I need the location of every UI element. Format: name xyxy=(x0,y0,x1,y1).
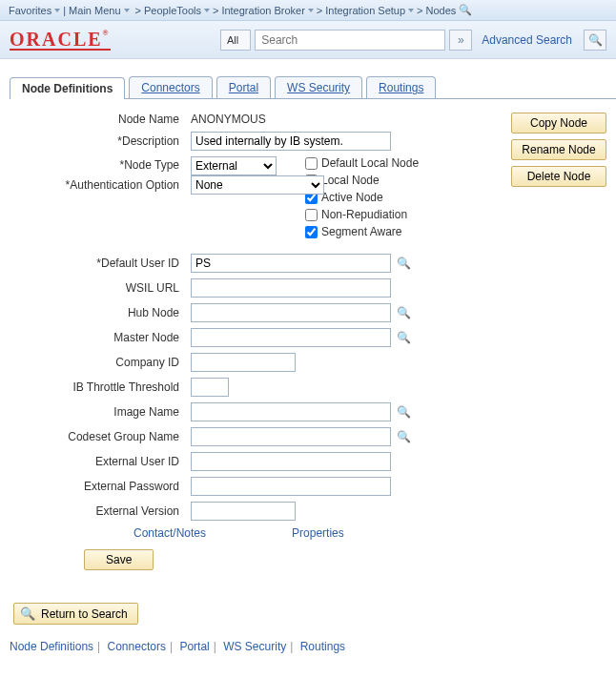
breadcrumb[interactable]: Integration Setup xyxy=(322,5,417,16)
global-search-icon-button[interactable]: 🔍 xyxy=(584,30,606,51)
properties-link[interactable]: Properties xyxy=(292,526,344,540)
ext-user-input[interactable] xyxy=(191,452,391,471)
chk-non-repudiation-input[interactable] xyxy=(305,209,318,221)
breadcrumb[interactable]: Integration Broker xyxy=(218,5,316,16)
chevron-down-icon xyxy=(408,9,414,12)
lookup-icon[interactable]: 🔍 xyxy=(395,403,412,421)
chk-segment-aware[interactable]: Segment Aware xyxy=(305,225,419,238)
tab-node-definitions[interactable]: Node Definitions xyxy=(10,77,125,99)
main-menu[interactable]: Main Menu xyxy=(66,5,132,16)
favorites-label: Favorites xyxy=(9,5,51,16)
tab-row: Node Definitions Connectors Portal WS Se… xyxy=(10,76,616,99)
foot-node-definitions[interactable]: Node Definitions xyxy=(10,640,93,653)
breadcrumb[interactable]: Nodes 🔍 xyxy=(423,4,476,16)
return-wrap: 🔍 Return to Search xyxy=(13,603,616,625)
chevron-down-icon xyxy=(204,9,210,12)
return-label: Return to Search xyxy=(41,607,128,621)
chk-label: Segment Aware xyxy=(321,225,402,238)
scope-label: All xyxy=(227,34,238,46)
search-button[interactable]: » xyxy=(449,30,472,51)
chk-default-local[interactable]: Default Local Node xyxy=(305,156,419,170)
label-hub: Hub Node xyxy=(10,306,191,319)
label-company: Company ID xyxy=(10,356,191,369)
advanced-search-link[interactable]: Advanced Search xyxy=(482,33,572,47)
auth-option-select[interactable]: None xyxy=(191,175,324,195)
search-input[interactable] xyxy=(255,30,445,51)
action-button-column: Copy Node Rename Node Delete Node xyxy=(502,113,606,570)
company-input[interactable] xyxy=(191,353,296,372)
header: ORACLE® All » Advanced Search 🔍 xyxy=(0,21,616,59)
copy-node-button[interactable]: Copy Node xyxy=(511,113,606,134)
label-auth-option: *Authentication Option xyxy=(10,178,191,192)
save-button[interactable]: Save xyxy=(84,549,154,570)
lookup-icon[interactable]: 🔍 xyxy=(395,329,412,346)
label-description: *Description xyxy=(10,134,191,148)
label-ext-pass: External Password xyxy=(10,480,191,493)
foot-connectors[interactable]: Connectors xyxy=(108,640,166,653)
node-type-select[interactable]: External xyxy=(191,156,277,175)
search-icon: 🔍 xyxy=(588,33,603,47)
top-nav: Favorites | Main Menu > PeopleTools > In… xyxy=(0,0,616,21)
return-to-search-button[interactable]: 🔍 Return to Search xyxy=(13,603,138,625)
tab-ws-security[interactable]: WS Security xyxy=(275,76,362,98)
wsil-input[interactable] xyxy=(191,278,391,298)
value-node-name: ANONYMOUS xyxy=(191,113,266,126)
crumb-label: PeopleTools xyxy=(144,5,201,16)
chevron-down-icon xyxy=(308,9,314,12)
master-input[interactable] xyxy=(191,328,391,347)
chk-label: Default Local Node xyxy=(321,156,419,170)
mainmenu-label: Main Menu xyxy=(69,5,120,16)
crumb-label: Nodes xyxy=(426,5,457,16)
chk-label: Local Node xyxy=(321,174,380,187)
label-node-name: Node Name xyxy=(10,113,191,126)
logo-text: ORACLE xyxy=(10,29,103,50)
search-group: All » Advanced Search 🔍 xyxy=(220,30,606,51)
crumb-label: Integration Broker xyxy=(221,5,304,16)
rename-node-button[interactable]: Rename Node xyxy=(511,139,606,160)
foot-routings[interactable]: Routings xyxy=(300,640,345,653)
crumb-label: Integration Setup xyxy=(325,5,405,16)
footer-links: Node Definitions| Connectors| Portal| WS… xyxy=(0,634,616,665)
codeset-input[interactable] xyxy=(191,427,391,446)
tab-portal[interactable]: Portal xyxy=(216,76,271,98)
contact-notes-link[interactable]: Contact/Notes xyxy=(133,526,206,540)
hub-input[interactable] xyxy=(191,303,391,322)
chk-segment-aware-input[interactable] xyxy=(305,226,318,238)
chk-label: Non-Repudiation xyxy=(321,208,407,221)
chk-default-local-input[interactable] xyxy=(305,157,318,170)
chk-non-repudiation[interactable]: Non-Repudiation xyxy=(305,208,419,221)
label-master: Master Node xyxy=(10,331,191,344)
label-ib-throttle: IB Throttle Threshold xyxy=(10,380,191,394)
foot-ws-security[interactable]: WS Security xyxy=(223,640,286,653)
checkbox-column: Default Local Node Local Node Active Nod… xyxy=(305,156,419,238)
lookup-icon[interactable]: 🔍 xyxy=(395,428,412,445)
lookup-icon[interactable]: 🔍 xyxy=(395,255,412,272)
label-image-name: Image Name xyxy=(10,405,191,419)
image-name-input[interactable] xyxy=(191,402,391,421)
lookup-icon[interactable]: 🔍 xyxy=(395,304,412,321)
delete-node-button[interactable]: Delete Node xyxy=(511,166,606,187)
foot-portal[interactable]: Portal xyxy=(179,640,209,653)
favorites-menu[interactable]: Favorites xyxy=(6,5,63,16)
breadcrumb[interactable]: PeopleTools xyxy=(141,5,213,16)
chevron-down-icon xyxy=(124,9,130,12)
chevron-down-icon xyxy=(54,9,60,12)
chk-label: Active Node xyxy=(321,191,383,204)
ext-ver-input[interactable] xyxy=(191,502,296,521)
description-input[interactable] xyxy=(191,132,391,151)
ib-throttle-input[interactable] xyxy=(191,378,229,397)
tab-connectors[interactable]: Connectors xyxy=(129,76,212,98)
content: Node Name ANONYMOUS *Description *Node T… xyxy=(0,99,616,580)
tab-routings[interactable]: Routings xyxy=(366,76,436,98)
form-column: Node Name ANONYMOUS *Description *Node T… xyxy=(10,113,502,570)
oracle-logo: ORACLE® xyxy=(10,29,111,51)
label-default-user: *Default User ID xyxy=(10,257,191,270)
double-chevron-icon: » xyxy=(458,33,464,47)
label-ext-ver: External Version xyxy=(10,504,191,518)
ext-pass-input[interactable] xyxy=(191,477,391,496)
return-icon: 🔍 xyxy=(20,606,35,621)
search-scope-select[interactable]: All xyxy=(220,30,251,51)
label-ext-user: External User ID xyxy=(10,455,191,468)
default-user-input[interactable] xyxy=(191,254,391,273)
search-icon: 🔍 xyxy=(459,4,472,16)
